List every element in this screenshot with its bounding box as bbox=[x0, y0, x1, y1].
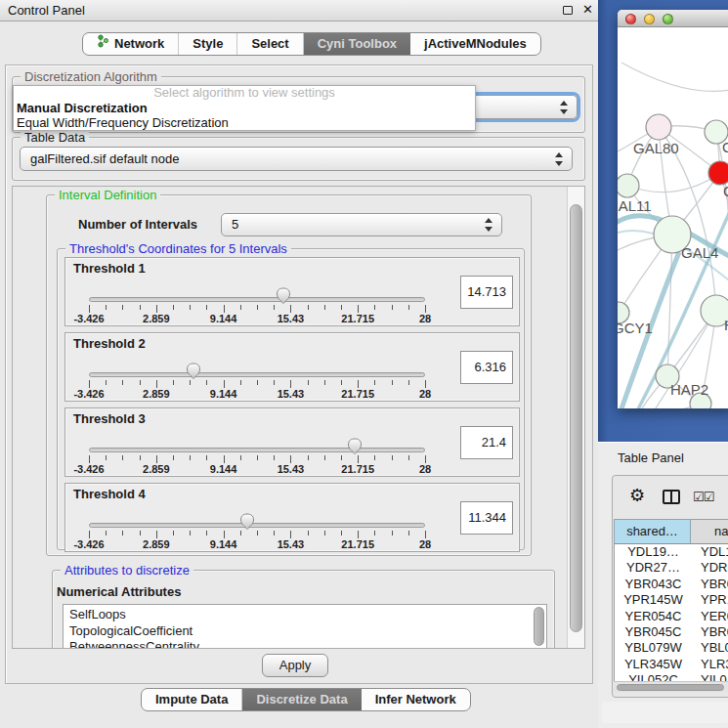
table-row[interactable]: YIL052CYIL0 bbox=[615, 672, 728, 681]
threshold-value-field[interactable]: 21.4 bbox=[460, 426, 513, 459]
threshold-value-field[interactable]: 11.344 bbox=[460, 501, 513, 535]
table-row[interactable]: YBR045CYBR0 bbox=[615, 624, 728, 640]
algorithm-dropdown-popup: Select algorithm to view settings Manual… bbox=[13, 85, 476, 131]
table-data-combobox[interactable]: galFiltered.sif default node bbox=[20, 147, 573, 171]
slider-thumb[interactable] bbox=[347, 438, 363, 455]
slider-scale-label: -3.426 bbox=[67, 538, 110, 550]
tab-label: Infer Network bbox=[375, 689, 456, 710]
table-row[interactable]: YPR145WYPR1 bbox=[615, 592, 728, 608]
gear-icon[interactable]: ⚙ bbox=[629, 486, 645, 505]
control-panel-tabs: NetworkStyleSelectCyni ToolboxjActiveMNo… bbox=[82, 32, 541, 56]
table-hscrollbar-thumb[interactable] bbox=[617, 684, 724, 691]
tab-style[interactable]: Style bbox=[179, 33, 237, 55]
slider-track[interactable] bbox=[89, 372, 425, 377]
control-panel-titlebar[interactable]: Control Panel ✕ bbox=[0, 0, 598, 21]
threshold-label: Threshold 3 bbox=[73, 411, 146, 426]
attribute-item-selfloops[interactable]: SelfLoops bbox=[64, 607, 546, 623]
tab-select[interactable]: Select bbox=[237, 33, 303, 55]
slider-scale-label: 28 bbox=[404, 463, 447, 475]
cell-name: YER0 bbox=[701, 609, 728, 624]
network-node[interactable] bbox=[646, 114, 671, 140]
network-node[interactable] bbox=[708, 161, 728, 185]
tab-network[interactable]: Network bbox=[83, 33, 179, 55]
group-title: Discretization Algorithm bbox=[21, 69, 161, 84]
dropdown-option-manual-discretization[interactable]: Manual Discretization bbox=[14, 101, 475, 115]
slider-track[interactable] bbox=[89, 523, 425, 528]
threshold-value-field[interactable]: 6.316 bbox=[460, 351, 513, 384]
dropdown-option-equal-width-frequency[interactable]: Equal Width/Frequency Discretization bbox=[14, 115, 475, 130]
slider-scale-label: 28 bbox=[404, 313, 447, 324]
table-data-value: galFiltered.sif default node bbox=[30, 151, 179, 166]
slider-tick bbox=[274, 531, 275, 535]
slider-tick bbox=[190, 455, 191, 460]
tab-infer-network[interactable]: Infer Network bbox=[362, 689, 470, 710]
network-node-label: GA bbox=[722, 139, 728, 155]
settings-scrollbar-thumb[interactable] bbox=[570, 204, 582, 632]
slider-tick bbox=[374, 531, 375, 535]
table-hscrollbar[interactable] bbox=[614, 681, 728, 693]
slider-thumb[interactable] bbox=[186, 363, 201, 380]
column-header-shared-name[interactable]: shared… bbox=[614, 519, 691, 544]
table-panel-title: Table Panel bbox=[618, 450, 684, 465]
close-traffic-light[interactable] bbox=[625, 14, 636, 24]
number-of-intervals-spinner[interactable]: 5 bbox=[221, 213, 502, 236]
minimize-traffic-light[interactable] bbox=[644, 14, 655, 24]
network-node-label: GCY1 bbox=[618, 320, 653, 336]
tab-discretize-data[interactable]: Discretize Data bbox=[242, 689, 361, 710]
slider-tick bbox=[173, 455, 174, 460]
table-row[interactable]: YER054CYER0 bbox=[615, 609, 728, 624]
network-window-titlebar[interactable] bbox=[618, 10, 728, 27]
close-icon[interactable]: ✕ bbox=[582, 2, 593, 17]
apply-button[interactable]: Apply bbox=[262, 654, 328, 677]
slider-tick bbox=[156, 305, 157, 313]
attribute-item-betweennesscentrality[interactable]: BetweennessCentrality bbox=[64, 639, 546, 649]
table-row[interactable]: YBR043CYBR0 bbox=[615, 577, 728, 592]
column-header-name[interactable]: na bbox=[691, 519, 728, 544]
slider-tick bbox=[257, 380, 258, 385]
slider-tick bbox=[206, 305, 207, 310]
network-view[interactable]: GAL80GACGAL11GAL4GCY1HHAP2 bbox=[618, 28, 728, 408]
slider-tick bbox=[358, 455, 359, 463]
network-canvas: GAL80GACGAL11GAL4GCY1HHAP2 bbox=[618, 28, 728, 408]
slider-track[interactable] bbox=[89, 448, 425, 452]
table-body: YDL19…YDL1YDR27…YDR2YBR043CYBR0YPR145WYP… bbox=[614, 544, 728, 681]
combo-arrows-icon bbox=[554, 151, 563, 167]
slider-tick bbox=[140, 455, 141, 460]
slider-thumb[interactable] bbox=[276, 287, 291, 305]
tab-cyni-toolbox[interactable]: Cyni Toolbox bbox=[304, 33, 410, 55]
attribute-item-topologicalcoefficient[interactable]: TopologicalCoefficient bbox=[64, 623, 546, 640]
tab-label: jActiveMNodules bbox=[424, 33, 527, 55]
slider-tick bbox=[324, 455, 325, 460]
slider-track[interactable] bbox=[89, 297, 425, 302]
table-row[interactable]: YBL079WYBL0 bbox=[615, 640, 728, 656]
table-row[interactable]: YDL19…YDL1 bbox=[615, 544, 728, 560]
float-window-icon[interactable] bbox=[563, 6, 573, 15]
combo-arrows-icon bbox=[559, 100, 568, 115]
cell-name: YIL0 bbox=[701, 672, 727, 681]
tab-jactivemnodules[interactable]: jActiveMNodules bbox=[410, 33, 540, 55]
slider-tick bbox=[89, 531, 90, 538]
table-row[interactable]: YLR345WYLR3 bbox=[615, 657, 728, 672]
slider-scale-label: 15.43 bbox=[269, 463, 312, 475]
network-window: GAL80GACGAL11GAL4GCY1HHAP2 bbox=[618, 10, 728, 408]
network-edge bbox=[667, 235, 672, 376]
list-scrollbar-thumb[interactable] bbox=[534, 607, 544, 646]
zoom-traffic-light[interactable] bbox=[663, 14, 673, 24]
table-row[interactable]: YDR27…YDR2 bbox=[615, 560, 728, 576]
group-title: Table Data bbox=[21, 130, 89, 145]
tab-impute-data[interactable]: Impute Data bbox=[142, 689, 242, 710]
slider-tick bbox=[425, 531, 426, 538]
slider-tick bbox=[425, 380, 426, 388]
slider-scale-label: 28 bbox=[404, 388, 447, 400]
select-columns-icon[interactable]: ☑☑ bbox=[693, 490, 713, 504]
slider-thumb[interactable] bbox=[239, 513, 255, 531]
network-node[interactable] bbox=[618, 174, 639, 197]
column-view-icon[interactable] bbox=[663, 490, 680, 504]
network-node-label: HAP2 bbox=[670, 381, 708, 398]
settings-scrollbar[interactable] bbox=[567, 187, 584, 648]
bottom-tabs: Impute DataDiscretize DataInfer Network bbox=[141, 688, 471, 711]
slider-tick bbox=[122, 380, 123, 385]
tab-label: Impute Data bbox=[155, 689, 228, 710]
tab-label: Select bbox=[251, 33, 288, 55]
threshold-value-field[interactable]: 14.713 bbox=[460, 276, 513, 309]
